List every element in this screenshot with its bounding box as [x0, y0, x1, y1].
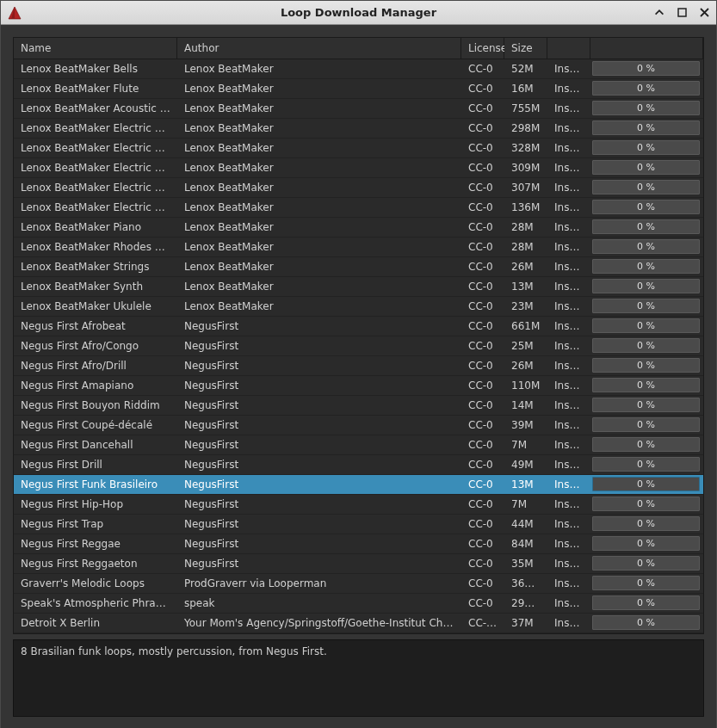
cell-license: CC-0	[461, 435, 504, 455]
install-action[interactable]: Install	[547, 119, 590, 139]
cell-name: Negus First Afro/Drill	[14, 356, 177, 376]
close-button[interactable]	[697, 6, 711, 20]
cell-license: CC-0	[461, 139, 504, 158]
cell-license: CC-0	[461, 158, 504, 178]
install-action[interactable]: Install	[547, 455, 590, 475]
progress-bar: 0 %	[592, 180, 700, 194]
cell-size: 26M	[504, 356, 547, 376]
cell-license: CC-0	[461, 376, 504, 396]
install-action[interactable]: Install	[547, 495, 590, 515]
cell-name: Lenox BeatMaker Bells	[14, 59, 177, 79]
cell-progress: 0 %	[590, 218, 703, 238]
cell-name: Lenox BeatMaker Electric Guitar 4	[14, 178, 177, 198]
install-action[interactable]: Install	[547, 317, 590, 336]
cell-license: CC-0	[461, 336, 504, 356]
install-action[interactable]: Install	[547, 158, 590, 178]
install-action[interactable]: Install	[547, 178, 590, 198]
cell-author: NegusFirst	[177, 495, 461, 515]
install-action[interactable]: Install	[547, 297, 590, 317]
cell-name: Lenox BeatMaker Ukulele	[14, 297, 177, 317]
cell-license: CC-0	[461, 79, 504, 99]
cell-name: Negus First Drill	[14, 455, 177, 475]
cell-size: 309M	[504, 158, 547, 178]
progress-bar: 0 %	[592, 318, 700, 333]
cell-size: 28M	[504, 218, 547, 238]
install-action[interactable]: Install	[547, 515, 590, 534]
install-action[interactable]: Install	[547, 257, 590, 277]
cell-progress: 0 %	[590, 356, 703, 376]
cell-name: Lenox BeatMaker Electric Guitar 5	[14, 198, 177, 218]
column-header-action[interactable]	[547, 38, 590, 59]
cell-license: CC-SA	[461, 614, 504, 633]
install-action[interactable]: Install	[547, 574, 590, 594]
column-header-size[interactable]: Size	[504, 38, 547, 59]
install-action[interactable]: Installed	[547, 614, 590, 633]
cell-name: Lenox BeatMaker Rhodes Piano	[14, 238, 177, 257]
cell-size: 39M	[504, 416, 547, 435]
cell-author: Lenox BeatMaker	[177, 158, 461, 178]
cell-author: Lenox BeatMaker	[177, 238, 461, 257]
install-action[interactable]: Install	[547, 139, 590, 158]
install-action[interactable]: Install	[547, 475, 590, 495]
cell-size: 755M	[504, 99, 547, 119]
progress-bar: 0 %	[592, 160, 700, 175]
install-action[interactable]: Install	[547, 79, 590, 99]
cell-name: Lenox BeatMaker Piano	[14, 218, 177, 238]
progress-bar: 0 %	[592, 437, 700, 452]
cell-name: Graverr's Melodic Loops	[14, 574, 177, 594]
cell-name: Lenox BeatMaker Electric Guitar 1	[14, 119, 177, 139]
progress-bar: 0 %	[592, 477, 700, 491]
install-action[interactable]: Install	[547, 336, 590, 356]
install-action[interactable]: Install	[547, 534, 590, 554]
cell-size: 25M	[504, 336, 547, 356]
progress-bar: 0 %	[592, 338, 700, 353]
cell-name: Negus First Funk Brasileiro	[14, 475, 177, 495]
cell-size: 84M	[504, 534, 547, 554]
column-header-progress[interactable]	[590, 38, 703, 59]
cell-author: Lenox BeatMaker	[177, 277, 461, 297]
cell-name: Lenox BeatMaker Strings	[14, 257, 177, 277]
minimize-button[interactable]	[652, 6, 666, 20]
cell-size: 7M	[504, 495, 547, 515]
install-action[interactable]: Install	[547, 554, 590, 574]
install-action[interactable]: Install	[547, 59, 590, 79]
install-action[interactable]: Install	[547, 218, 590, 238]
loop-table: Name Author License Size Lenox BeatMaker…	[13, 37, 704, 634]
titlebar[interactable]: Loop Download Manager	[1, 1, 716, 25]
cell-license: CC-0	[461, 416, 504, 435]
cell-license: CC-0	[461, 198, 504, 218]
column-header-author[interactable]: Author	[177, 38, 461, 59]
column-header-name[interactable]: Name	[14, 38, 177, 59]
install-action[interactable]: Install	[547, 376, 590, 396]
progress-bar: 0 %	[592, 358, 700, 373]
install-action[interactable]: Installed	[547, 435, 590, 455]
cell-progress: 0 %	[590, 257, 703, 277]
column-header-license[interactable]: License	[461, 38, 504, 59]
cell-author: NegusFirst	[177, 435, 461, 455]
cell-progress: 0 %	[590, 574, 703, 594]
install-action[interactable]: Install	[547, 416, 590, 435]
maximize-button[interactable]	[675, 6, 689, 20]
install-action[interactable]: Install	[547, 99, 590, 119]
install-action[interactable]: Installed	[547, 198, 590, 218]
cell-progress: 0 %	[590, 158, 703, 178]
cell-progress: 0 %	[590, 435, 703, 455]
cell-size: 23M	[504, 297, 547, 317]
progress-bar: 0 %	[592, 259, 700, 274]
install-action[interactable]: Install	[547, 277, 590, 297]
cell-progress: 0 %	[590, 534, 703, 554]
cell-name: Negus First Trap	[14, 515, 177, 534]
install-action[interactable]: Install	[547, 356, 590, 376]
cell-name: Lenox BeatMaker Acoustic Guitar	[14, 99, 177, 119]
cell-size: 14M	[504, 396, 547, 416]
install-action[interactable]: Install	[547, 396, 590, 416]
cell-size: 49M	[504, 455, 547, 475]
cell-size: 44M	[504, 515, 547, 534]
install-action[interactable]: Install	[547, 594, 590, 614]
progress-bar: 0 %	[592, 595, 700, 610]
cell-author: Your Mom's Agency/Springstoff/Goethe-Ins…	[177, 614, 461, 633]
cell-author: NegusFirst	[177, 554, 461, 574]
cell-size: 26M	[504, 257, 547, 277]
install-action[interactable]: Install	[547, 238, 590, 257]
cell-name: Negus First Amapiano	[14, 376, 177, 396]
